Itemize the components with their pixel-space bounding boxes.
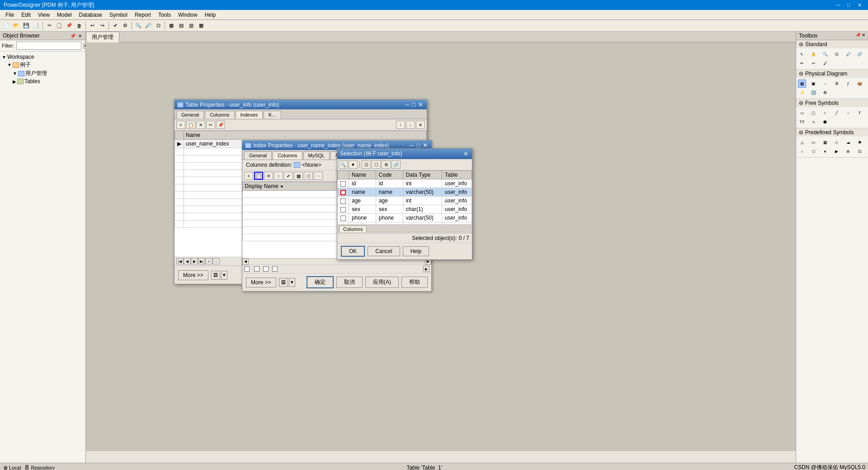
tool-pre2[interactable]: ▭ (810, 138, 818, 146)
nav-next-btn[interactable]: ▶ (191, 258, 198, 264)
nav-first-btn[interactable]: |◀ (176, 258, 184, 264)
list-item[interactable]: sex sex char(1) user_info (338, 205, 472, 214)
section-free-header[interactable]: ⊖ Free Symbols (796, 99, 868, 107)
sel-cancel-btn[interactable]: Cancel (368, 246, 400, 256)
idx-cols-sort[interactable]: ↕ (274, 172, 283, 180)
idx-props-minimize[interactable]: ─ (409, 142, 415, 149)
menu-file[interactable]: File (2, 11, 18, 19)
idx-cols-select[interactable]: 📋 (254, 172, 263, 180)
tool-line[interactable]: ╱ (833, 109, 841, 117)
toolbar-redo[interactable]: ↪ (98, 21, 107, 30)
status-repo-tab[interactable]: 🗄 Repository (24, 465, 55, 470)
toolbar-save[interactable]: 💾 (22, 21, 31, 30)
tool-link[interactable]: 🔗 (856, 50, 864, 58)
tree-workspace[interactable]: ▼ Workspace (2, 53, 84, 61)
menu-edit[interactable]: Edit (18, 11, 34, 19)
toolbox-close-btn[interactable]: ✕ (862, 33, 865, 39)
tool-edit[interactable]: ✏ (798, 59, 806, 67)
idx-props-close[interactable]: ✕ (422, 142, 429, 149)
list-item[interactable]: age age int user_info (338, 197, 472, 205)
idx-add-btn[interactable]: + (176, 121, 185, 129)
ob-pin-btn[interactable]: 📌 (69, 33, 76, 38)
tab-k[interactable]: K... (264, 111, 281, 119)
toolbar-save-all[interactable]: 📑 (32, 21, 41, 30)
table-more-btn[interactable]: More >> (178, 270, 208, 280)
toolbar-cut[interactable]: ✂ (45, 21, 54, 30)
idx-cols-delete[interactable]: ✕ (264, 172, 273, 180)
tool-zoom-in[interactable]: 🔍 (821, 50, 829, 58)
nav-last-btn[interactable]: ▶| (198, 258, 205, 264)
menu-model[interactable]: Model (53, 11, 75, 19)
list-item[interactable]: phone phone varchar(50) user_info (338, 214, 472, 222)
menu-view[interactable]: View (34, 11, 53, 19)
maximize-btn[interactable]: □ (844, 2, 853, 8)
tool-text[interactable]: T (856, 109, 864, 117)
tool-func[interactable]: ƒ (844, 80, 852, 88)
tree-tables[interactable]: ▶ Tables (2, 78, 84, 85)
table-properties-titlebar[interactable]: Table Properties - user_info (user_info)… (175, 100, 427, 109)
sel-props-btn[interactable]: ⚙ (382, 160, 391, 169)
tab-indexes[interactable]: Indexes (236, 111, 263, 119)
tool-pre12[interactable]: ⊡ (856, 147, 864, 155)
sel-search-btn[interactable]: 🔍 (339, 160, 348, 169)
tool-ref[interactable]: → (821, 80, 829, 88)
toolbar-new[interactable]: 📄 (2, 21, 11, 30)
idx-help-btn[interactable]: 帮助 (401, 277, 428, 288)
table-props-maximize[interactable]: □ (411, 101, 416, 108)
cb2[interactable] (254, 266, 259, 272)
selection-close-btn[interactable]: ✕ (462, 150, 469, 157)
idx-scroll-right2[interactable]: ▶ (423, 266, 429, 272)
menu-tools[interactable]: Tools (155, 11, 175, 19)
idx-cancel-btn[interactable]: 取消 (336, 277, 363, 288)
cb1[interactable] (244, 266, 250, 272)
tool-zoom-out[interactable]: 🔎 (844, 50, 852, 58)
idx-tab-columns[interactable]: Columns (273, 151, 302, 160)
canvas-tab-user-mgmt[interactable]: 用户管理 (86, 32, 119, 42)
tool-pkg[interactable]: 📦 (856, 80, 864, 88)
ob-close-btn[interactable]: ✕ (77, 33, 83, 38)
tree-example[interactable]: ▼ 例子 (2, 61, 84, 69)
tool-hand[interactable]: ✋ (810, 50, 818, 58)
tool-round-rect[interactable]: ▢ (810, 109, 818, 117)
table-props-close[interactable]: ✕ (417, 101, 424, 108)
sel-deselect-btn[interactable]: ☐ (372, 160, 381, 169)
idx-props-maximize[interactable]: □ (415, 142, 421, 149)
cb3[interactable] (263, 266, 269, 272)
filter-input[interactable] (16, 42, 81, 50)
row-cb-id[interactable] (340, 181, 346, 187)
sel-select-all-btn[interactable]: ☑ (362, 160, 371, 169)
toolbar-zoom-in[interactable]: 🔍 (134, 21, 143, 30)
idx-tab-mysql[interactable]: MySQL (303, 151, 330, 160)
tool-seq[interactable]: 🔢 (810, 89, 818, 97)
idx-ok-btn[interactable]: 确定 (307, 276, 334, 288)
toolbar-delete[interactable]: 🗑 (75, 21, 84, 30)
idx-cols-nav[interactable]: ⬡ (304, 172, 313, 180)
tool-pre9[interactable]: ♦ (821, 147, 829, 155)
tool-arrow[interactable]: → (844, 109, 852, 117)
toolbar-open[interactable]: 📂 (12, 21, 21, 30)
toolbar-extra2[interactable]: ▤ (177, 21, 186, 30)
tool-ellipse[interactable]: ○ (821, 109, 829, 117)
row-cb-sex[interactable] (340, 207, 346, 212)
toolbar-undo[interactable]: ↩ (88, 21, 97, 30)
tool-curve[interactable]: ∿ (810, 118, 818, 126)
idx-close2-btn[interactable]: ✕ (416, 121, 425, 129)
menu-database[interactable]: Database (75, 11, 106, 19)
sel-ok-btn[interactable]: OK (341, 246, 365, 257)
tool-format[interactable]: 🖊 (821, 59, 829, 67)
cb4[interactable] (272, 266, 278, 272)
toolbox-pin-btn[interactable]: 📌 (855, 33, 861, 39)
toolbar-generate[interactable]: ⚙ (121, 21, 130, 30)
tool-rotate[interactable]: ↩ (810, 59, 818, 67)
idx-footer-icon-btn[interactable]: 🖼 (279, 278, 288, 287)
toolbar-extra3[interactable]: ▥ (187, 21, 196, 30)
tool-pre10[interactable]: ▶ (833, 147, 841, 155)
tree-user-mgmt[interactable]: ▼ 用户管理 (2, 69, 84, 78)
table-props-minimize[interactable]: ─ (404, 101, 410, 108)
idx-more-btn[interactable]: More >> (246, 277, 276, 287)
toolbar-extra4[interactable]: ▩ (197, 21, 206, 30)
section-standard-header[interactable]: ⊖ Standard (796, 40, 868, 48)
tool-poly[interactable]: ⬟ (821, 118, 829, 126)
idx-paste-btn[interactable]: 📌 (216, 121, 225, 129)
idx-footer-dropdown-btn[interactable]: ▼ (289, 278, 295, 287)
